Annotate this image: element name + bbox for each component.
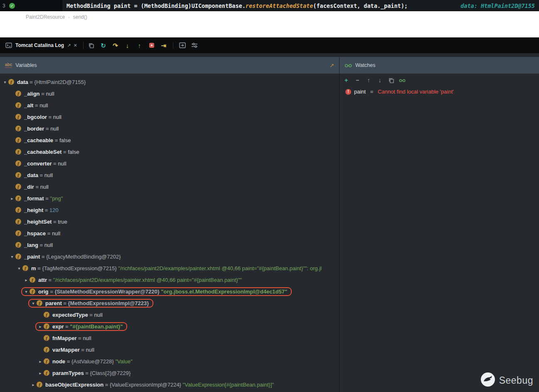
equals: = <box>65 358 71 365</box>
seebug-logo-icon <box>480 372 495 389</box>
chevron-down-icon[interactable]: ▾ <box>2 80 8 84</box>
variable-row-varMapper[interactable]: fvarMapper = null <box>0 344 339 355</box>
breadcrumb-item-method[interactable]: send() <box>73 14 87 20</box>
field-icon: f <box>44 335 49 341</box>
variables-tree: ▾fdata = {HtmlPaint2D@7155}f_align = nul… <box>0 74 339 390</box>
duplicate-watch-icon[interactable] <box>388 77 394 84</box>
variable-row-_bgcolor[interactable]: f_bgcolor = null <box>0 111 339 123</box>
breadcrumb-item-class[interactable]: Paint2DResource <box>26 14 65 20</box>
field-icon: f <box>44 312 49 318</box>
variable-row-paramTypes[interactable]: ▸fparamTypes = {Class[2]@7229} <box>0 367 339 379</box>
variable-row-parent[interactable]: ▾fparent = {MethodExpressionImpl@7223} <box>0 297 339 309</box>
chevron-down-icon[interactable]: ▾ <box>16 266 22 271</box>
editor-topbar: 3 ✓ MethodBinding paint = (MethodBinding… <box>0 0 539 11</box>
variable-row-_paint[interactable]: ▾f_paint = {LegacyMethodBinding@7202} <box>0 251 339 262</box>
move-watch-up-icon[interactable]: ↑ <box>365 77 372 84</box>
variable-row-m[interactable]: ▾fm = {TagMethodExpression@7215} "/richf… <box>0 262 339 274</box>
variable-row-_align[interactable]: f_align = null <box>0 88 339 99</box>
open-in-new-icon[interactable]: ↗ <box>67 43 71 48</box>
chevron-down-icon[interactable]: ▾ <box>9 254 15 259</box>
restore-layout-icon[interactable]: ↗ <box>330 62 334 69</box>
show-watches-icon[interactable] <box>399 77 406 84</box>
chevron-down-icon[interactable]: ▾ <box>30 301 37 306</box>
field-icon: f <box>15 195 21 201</box>
watch-row-paint[interactable]: !paint = Cannot find local variable 'pai… <box>340 84 539 95</box>
watch-name: paint <box>354 89 366 95</box>
run-to-cursor-icon[interactable]: ⇥ <box>160 42 167 49</box>
field-icon: f <box>15 207 21 213</box>
field-icon: f <box>44 347 49 353</box>
variable-row-_data[interactable]: f_data = null <box>0 169 339 181</box>
variable-value: {HtmlPaint2D@7155} <box>34 79 86 85</box>
add-watch-icon[interactable]: + <box>343 77 349 84</box>
variable-name: varMapper <box>52 347 80 353</box>
variable-value: "/richfaces/paint2D/examples/painter.xht… <box>118 265 321 271</box>
variable-row-node[interactable]: ▸fnode = {AstValue@7228} "Value" <box>0 355 339 367</box>
equals: = <box>62 300 68 306</box>
variable-row-expectedType[interactable]: fexpectedType = null <box>0 309 339 321</box>
variable-row-_alt[interactable]: f_alt = null <box>0 99 339 111</box>
variable-row-_height[interactable]: f_height = 120 <box>0 204 339 216</box>
problems-count[interactable]: 3 <box>2 3 5 9</box>
variables-panel-header[interactable]: abc Variables ↗ <box>0 57 339 74</box>
move-watch-down-icon[interactable]: ↓ <box>377 77 383 84</box>
chevron-right-icon[interactable]: ▸ <box>37 324 44 329</box>
equals: = <box>34 184 40 190</box>
chevron-right-icon[interactable]: ▸ <box>37 359 44 364</box>
equals: = <box>88 312 94 318</box>
variable-row-_format[interactable]: ▸f_format = "png" <box>0 192 339 204</box>
variable-value: "#{paintBean.paint}" <box>70 323 123 330</box>
watches-panel-header[interactable]: Watches <box>340 57 539 74</box>
variable-row-baseObjectExpression[interactable]: ▸fbaseObjectExpression = {ValueExpressio… <box>0 379 339 390</box>
variable-value: null <box>50 126 59 132</box>
chevron-right-icon[interactable]: ▸ <box>37 371 44 375</box>
remove-watch-icon[interactable]: − <box>354 77 361 84</box>
variable-row-fnMapper[interactable]: ffnMapper = null <box>0 332 339 344</box>
equals: = <box>84 370 90 376</box>
equals: = <box>47 114 53 120</box>
variable-name: attr <box>38 277 47 283</box>
close-tab-icon[interactable]: × <box>74 42 77 48</box>
editor-code-line[interactable]: MethodBinding paint = (MethodBinding)UIC… <box>63 2 539 9</box>
variable-row-_cacheableSet[interactable]: f_cacheableSet = false <box>0 146 339 158</box>
breakpoints-icon[interactable] <box>148 42 155 49</box>
breadcrumb-separator: › <box>68 15 70 20</box>
layout-icon[interactable] <box>179 42 186 49</box>
step-into-icon[interactable]: ↓ <box>124 42 131 49</box>
field-icon: f <box>15 184 21 190</box>
no-errors-check-icon[interactable]: ✓ <box>9 3 15 9</box>
variable-row-_dir[interactable]: f_dir = null <box>0 181 339 192</box>
variable-row-_border[interactable]: f_border = null <box>0 123 339 134</box>
duplicate-tab-icon[interactable] <box>88 42 95 49</box>
settings-sliders-icon[interactable] <box>191 42 198 49</box>
field-icon: f <box>15 219 21 224</box>
variable-row-_converter[interactable]: f_converter = null <box>0 158 339 169</box>
chevron-right-icon[interactable]: ▸ <box>30 382 37 387</box>
watches-title: Watches <box>355 62 375 68</box>
step-over-icon[interactable]: ↷ <box>112 42 119 49</box>
variable-row-expr[interactable]: ▸fexpr = "#{paintBean.paint}" <box>0 321 339 332</box>
variable-value: "org.jboss.el.MethodExpressionImpl@d4ec1… <box>161 288 287 295</box>
variable-value: "ValueExpression[#{paintBean.paint}]" <box>183 382 274 388</box>
variable-row-attr[interactable]: ▸fattr = "/richfaces/paint2D/examples/pa… <box>0 274 339 286</box>
breadcrumb-band: Paint2DResource › send() <box>0 11 539 37</box>
chevron-right-icon[interactable]: ▸ <box>23 278 30 282</box>
code-text: MethodBinding paint = (MethodBinding)UIC… <box>66 2 408 9</box>
variable-row-_heightSet[interactable]: f_heightSet = true <box>0 216 339 227</box>
variable-row-_cacheable[interactable]: f_cacheable = false <box>0 134 339 146</box>
field-icon: f <box>30 288 35 294</box>
rerun-icon[interactable]: ↻ <box>100 42 107 49</box>
variable-row-orig[interactable]: ▾forig = {StateMethodExpressionWrapper@7… <box>0 286 339 297</box>
tab-tomcat-catalina-log[interactable]: Tomcat Catalina Log ↗ × <box>3 42 79 49</box>
variable-row-_lang[interactable]: f_lang = null <box>0 239 339 251</box>
variable-value: 120 <box>49 207 59 213</box>
step-out-icon[interactable]: ↑ <box>136 42 143 49</box>
inspections-widget[interactable]: 3 ✓ <box>0 0 63 11</box>
annotation-highlight-box: ▾forig = {StateMethodExpressionWrapper@7… <box>21 287 292 296</box>
chevron-right-icon[interactable]: ▸ <box>9 196 15 201</box>
watch-entries: !paint = Cannot find local variable 'pai… <box>340 84 539 95</box>
chevron-down-icon[interactable]: ▾ <box>23 289 30 294</box>
variable-row-_hspace[interactable]: f_hspace = null <box>0 227 339 239</box>
variable-row-data[interactable]: ▾fdata = {HtmlPaint2D@7155} <box>0 76 339 88</box>
field-icon: f <box>15 254 21 259</box>
